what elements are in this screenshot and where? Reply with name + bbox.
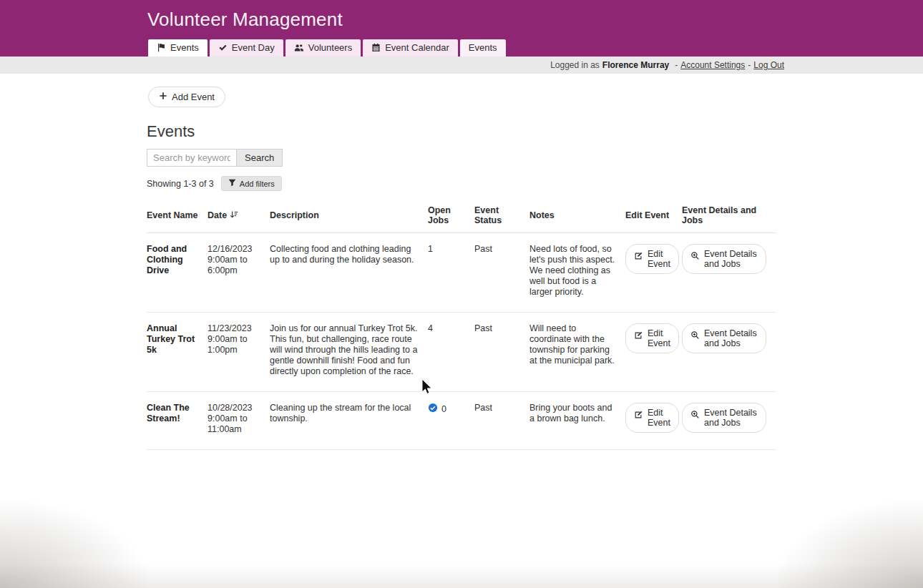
table-row: Clean The Stream! 10/28/2023 9:00am to 1… <box>147 392 776 450</box>
check-icon <box>218 43 228 52</box>
event-details-button[interactable]: Event Details and Jobs <box>682 323 766 353</box>
search-plus-icon <box>690 249 700 263</box>
col-event-details: Event Details and Jobs <box>682 198 776 233</box>
tab-volunteers[interactable]: Volunteers <box>285 39 361 57</box>
tab-events[interactable]: Events <box>148 39 207 57</box>
event-details-button[interactable]: Event Details and Jobs <box>682 403 766 433</box>
col-description: Description <box>270 198 428 233</box>
add-filters-label: Add filters <box>240 180 275 188</box>
user-bar: Logged in as Florence Murray - Account S… <box>0 57 923 74</box>
page-shadow-left <box>0 495 157 588</box>
page-shadow-bottom <box>0 564 923 588</box>
event-description: Join us for our annual Turkey Trot 5k. T… <box>270 313 428 392</box>
flag-icon <box>157 43 166 52</box>
event-date: 12/16/2023 9:00am to 6:00pm <box>207 233 270 313</box>
edit-event-button[interactable]: Edit Event <box>625 323 679 353</box>
col-event-name: Event Name <box>147 198 207 233</box>
logged-in-prefix: Logged in as <box>550 60 600 70</box>
app-header: Volunteer Management Events Event Day Vo… <box>0 0 923 57</box>
edit-event-label: Edit Event <box>648 408 670 428</box>
plus-icon <box>159 92 167 102</box>
search-plus-icon <box>690 408 700 421</box>
edit-icon <box>634 249 643 263</box>
open-jobs-count: 4 <box>428 313 474 392</box>
tab-event-calendar[interactable]: Event Calendar <box>363 39 458 57</box>
search-button[interactable]: Search <box>237 149 283 167</box>
col-date-label: Date <box>207 210 227 220</box>
edit-event-button[interactable]: Edit Event <box>625 403 679 433</box>
event-notes: Need lots of food, so let's push this as… <box>529 233 625 313</box>
col-event-status: Event Status <box>474 198 529 233</box>
search-plus-icon <box>690 328 700 342</box>
funnel-icon <box>228 179 236 188</box>
separator: - <box>675 60 678 70</box>
tab-events-secondary[interactable]: Events <box>460 39 506 57</box>
event-notes: Bring your boots and a brown bag lunch. <box>529 392 625 450</box>
event-name: Annual Turkey Trot 5k <box>147 313 207 392</box>
tab-label: Events <box>469 43 497 52</box>
open-jobs-count: 1 <box>428 233 474 313</box>
tab-event-day[interactable]: Event Day <box>210 39 283 57</box>
event-status: Past <box>474 392 529 450</box>
event-description: Collecting food and clothing leading up … <box>270 233 428 313</box>
page-title: Events <box>147 122 923 141</box>
results-summary: Showing 1-3 of 3 <box>147 179 214 189</box>
event-description: Cleaning up the stream for the local tow… <box>270 392 428 450</box>
calendar-icon <box>371 43 381 52</box>
results-meta: Showing 1-3 of 3 Add filters <box>147 176 923 191</box>
add-filters-button[interactable]: Add filters <box>221 176 282 191</box>
event-date: 10/28/2023 9:00am to 11:00am <box>207 392 270 450</box>
col-edit-event: Edit Event <box>625 198 682 233</box>
search-input[interactable] <box>147 149 237 167</box>
col-open-jobs: Open Jobs <box>428 198 474 233</box>
event-details-label: Event Details and Jobs <box>704 249 758 269</box>
main-content: Add Event Events Search Showing 1-3 of 3… <box>0 74 923 450</box>
edit-event-label: Edit Event <box>648 249 670 269</box>
add-event-button[interactable]: Add Event <box>148 87 225 107</box>
edit-icon <box>634 408 643 421</box>
event-details-label: Event Details and Jobs <box>704 408 758 428</box>
page-shadow-right <box>766 495 923 588</box>
sort-descending-icon <box>230 210 238 221</box>
table-header-row: Event Name Date Description Open Jobs Ev… <box>147 198 776 233</box>
event-name: Food and Clothing Drive <box>147 233 207 313</box>
tab-label: Event Calendar <box>385 43 449 52</box>
edit-event-button[interactable]: Edit Event <box>625 244 679 274</box>
logged-in-user: Florence Murray <box>602 60 669 70</box>
event-name: Clean The Stream! <box>147 392 207 450</box>
main-nav: Events Event Day Volunteers Event Calend… <box>148 39 506 57</box>
search-bar: Search <box>147 149 923 167</box>
event-date: 11/23/2023 9:00am to 1:00pm <box>207 313 270 392</box>
users-icon <box>294 43 304 52</box>
event-notes: Will need to coordinate with the townshi… <box>529 313 625 392</box>
tab-label: Volunteers <box>308 43 352 52</box>
table-row: Food and Clothing Drive 12/16/2023 9:00a… <box>147 233 776 313</box>
events-table: Event Name Date Description Open Jobs Ev… <box>147 198 776 450</box>
edit-event-label: Edit Event <box>648 328 670 348</box>
event-status: Past <box>474 313 529 392</box>
account-settings-link[interactable]: Account Settings <box>680 60 745 70</box>
tab-label: Event Day <box>232 43 275 52</box>
edit-icon <box>634 328 643 342</box>
event-details-label: Event Details and Jobs <box>704 328 758 348</box>
event-details-button[interactable]: Event Details and Jobs <box>682 244 766 274</box>
open-jobs-count: 0 <box>441 404 446 415</box>
jobs-filled-check-icon <box>428 403 438 416</box>
tab-label: Events <box>170 43 199 52</box>
col-date[interactable]: Date <box>207 198 270 233</box>
add-event-label: Add Event <box>172 92 215 102</box>
table-row: Annual Turkey Trot 5k 11/23/2023 9:00am … <box>147 313 776 392</box>
log-out-link[interactable]: Log Out <box>753 60 784 70</box>
separator: - <box>748 60 751 70</box>
event-status: Past <box>474 233 529 313</box>
app-title: Volunteer Management <box>147 9 343 31</box>
col-notes: Notes <box>529 198 625 233</box>
